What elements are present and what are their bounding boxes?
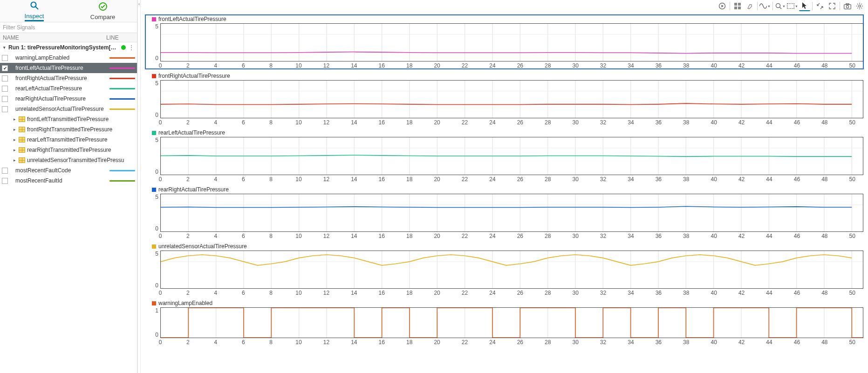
extra-signal-row-1[interactable]: mostRecentFaultId — [0, 176, 137, 186]
x-axis: 0246810121416182022242628303234363840424… — [160, 290, 863, 296]
group-icon — [19, 157, 25, 163]
group-name: frontRightTransmittedTirePressure — [27, 126, 135, 133]
chart-area[interactable]: frontLeftActualTirePressure5002468101214… — [141, 12, 868, 373]
chart-3[interactable]: rearRightActualTirePressure5002468101214… — [145, 185, 863, 239]
svg-rect-12 — [844, 4, 851, 9]
checkbox[interactable] — [2, 55, 8, 61]
chart-5[interactable]: warningLampEnabled1002468101214161820222… — [145, 299, 863, 346]
plot[interactable] — [160, 137, 863, 175]
x-axis: 0246810121416182022242628303234363840424… — [160, 233, 863, 239]
plot[interactable] — [160, 251, 863, 289]
checkbox[interactable] — [2, 178, 8, 184]
expand-button[interactable] — [827, 1, 838, 11]
legend-label: rearRightActualTirePressure — [158, 186, 229, 193]
group-name: rearLeftTransmittedTirePressure — [27, 136, 135, 143]
plot[interactable] — [160, 194, 863, 232]
signal-row-2[interactable]: frontRightActualTirePressure — [0, 73, 137, 83]
line-swatch — [109, 180, 135, 182]
signal-name: frontLeftActualTirePressure — [10, 65, 108, 71]
svg-point-0 — [31, 2, 36, 7]
line-swatch — [109, 57, 135, 59]
signal-name: mostRecentFaultCode — [10, 167, 108, 174]
x-axis: 0246810121416182022242628303234363840424… — [160, 176, 863, 183]
fit-button[interactable]: ▼ — [787, 1, 798, 11]
checkbox[interactable] — [2, 65, 8, 71]
chevron-left-icon: ‹ — [138, 1, 140, 7]
extra-signal-row-0[interactable]: mostRecentFaultCode — [0, 165, 137, 176]
signal-row-3[interactable]: rearLeftActualTirePressure — [0, 83, 137, 94]
clear-button[interactable] — [744, 1, 755, 11]
tab-compare[interactable]: Compare — [68, 0, 137, 22]
group-row-4[interactable]: ▸unrelatedSensorTransmittedTirePressu — [0, 155, 137, 165]
signal-name: mostRecentFaultId — [10, 177, 108, 184]
signal-list[interactable]: ▾Run 1: tirePressureMonitoringSystem[Cur… — [0, 42, 137, 373]
plot[interactable] — [160, 80, 863, 118]
line-swatch — [109, 78, 135, 79]
group-icon — [19, 137, 25, 142]
plot[interactable] — [160, 23, 863, 61]
chart-0[interactable]: frontLeftActualTirePressure5002468101214… — [145, 15, 863, 69]
svg-line-21 — [861, 7, 862, 8]
svg-line-23 — [861, 4, 862, 5]
signal-row-1[interactable]: frontLeftActualTirePressure — [0, 63, 137, 73]
chevron-right-icon: ▸ — [12, 117, 17, 122]
chart-4[interactable]: unrelatedSensorActualTirePressure5002468… — [145, 242, 863, 296]
legend-swatch — [152, 301, 156, 305]
y-axis: 50 — [145, 251, 160, 289]
chart-1[interactable]: frontRightActualTirePressure500246810121… — [145, 72, 863, 126]
checkbox[interactable] — [2, 106, 8, 112]
search-icon — [30, 1, 39, 12]
signal-row-4[interactable]: rearRightActualTirePressure — [0, 94, 137, 104]
tab-compare-label: Compare — [90, 14, 115, 20]
run-row[interactable]: ▾Run 1: tirePressureMonitoringSystem[Cur… — [0, 42, 137, 53]
chevron-down-icon: ▾ — [2, 45, 7, 50]
checkbox[interactable] — [2, 75, 8, 81]
check-circle-icon — [98, 2, 108, 13]
settings-button[interactable] — [854, 1, 865, 11]
header-line: LINE — [106, 34, 134, 41]
line-swatch — [109, 109, 135, 110]
svg-line-20 — [857, 4, 858, 5]
group-row-0[interactable]: ▸frontLeftTransmittedTirePressure — [0, 114, 137, 124]
snapshot-button[interactable] — [842, 1, 853, 11]
y-axis: 50 — [145, 80, 160, 118]
layout-button[interactable] — [732, 1, 743, 11]
more-icon[interactable]: ⋮ — [128, 44, 135, 51]
group-row-3[interactable]: ▸rearRightTransmittedTirePressure — [0, 145, 137, 155]
checkbox[interactable] — [2, 86, 8, 92]
signal-type-button[interactable]: ▼ — [759, 1, 771, 11]
cursor-button[interactable] — [799, 1, 810, 11]
svg-line-1 — [35, 7, 38, 9]
group-icon — [19, 116, 25, 122]
pane-divider[interactable]: ‹ — [137, 0, 141, 373]
group-row-1[interactable]: ▸frontRightTransmittedTirePressure — [0, 124, 137, 135]
legend-label: unrelatedSensorActualTirePressure — [158, 243, 247, 250]
checkbox[interactable] — [2, 96, 8, 102]
filter-input[interactable] — [0, 22, 137, 33]
zoom-button[interactable]: ▼ — [775, 1, 786, 11]
collapse-button[interactable] — [814, 1, 826, 11]
line-swatch — [109, 68, 135, 69]
signal-name: warningLampEnabled — [10, 54, 108, 61]
group-name: rearRightTransmittedTirePressure — [27, 147, 135, 153]
group-name: unrelatedSensorTransmittedTirePressu — [27, 157, 135, 163]
signal-row-0[interactable]: warningLampEnabled — [0, 53, 137, 63]
chart-2[interactable]: rearLeftActualTirePressure50024681012141… — [145, 129, 863, 183]
checkbox[interactable] — [2, 168, 8, 174]
run-button[interactable] — [717, 1, 728, 11]
svg-point-14 — [846, 5, 848, 7]
legend-label: frontRightActualTirePressure — [158, 73, 230, 79]
legend-label: rearLeftActualTirePressure — [158, 129, 225, 136]
signal-name: frontRightActualTirePressure — [10, 75, 108, 81]
plot[interactable] — [160, 307, 863, 338]
svg-rect-13 — [846, 3, 849, 5]
group-row-2[interactable]: ▸rearLeftTransmittedTirePressure — [0, 135, 137, 145]
signal-row-5[interactable]: unrelatedSensorActualTirePressure — [0, 104, 137, 114]
svg-rect-4 — [734, 3, 737, 6]
x-axis: 0246810121416182022242628303234363840424… — [160, 62, 863, 69]
legend-swatch — [152, 131, 156, 135]
svg-point-15 — [859, 5, 861, 7]
toolbar: ▼ ▼ ▼ — [141, 0, 868, 12]
chevron-right-icon: ▸ — [12, 127, 17, 132]
tab-inspect[interactable]: Inspect — [0, 0, 68, 22]
